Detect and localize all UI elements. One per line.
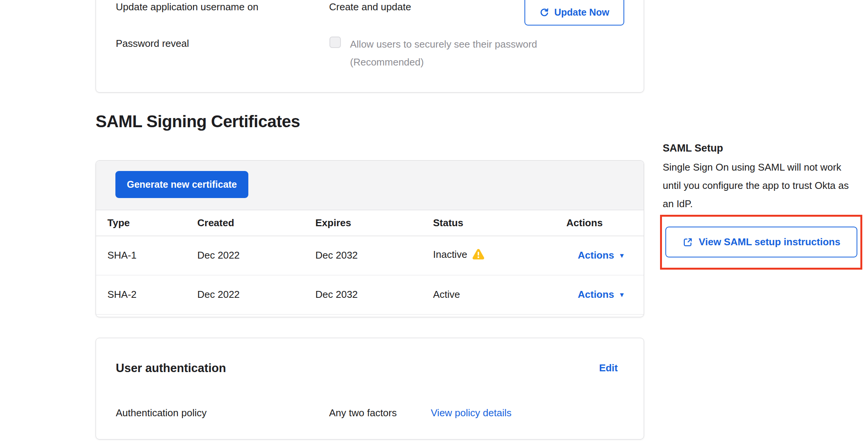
actions-dropdown-sha1[interactable]: Actions▼ xyxy=(566,249,625,261)
certificates-panel: Generate new certificate Type Created Ex… xyxy=(96,160,644,317)
certificates-toolbar: Generate new certificate xyxy=(96,161,644,210)
username-update-value: Create and update xyxy=(329,1,411,13)
user-authentication-card: User authentication Edit Authentication … xyxy=(96,338,644,439)
certificate-row-sha1: SHA-1 Dec 2022 Dec 2032 Inactive Actions… xyxy=(96,236,644,275)
actions-label: Actions xyxy=(578,289,614,300)
certificates-table: Type Created Expires Status Actions SHA-… xyxy=(96,210,644,315)
certificates-table-header-row: Type Created Expires Status Actions xyxy=(96,210,644,236)
cert-status-cell: Inactive xyxy=(433,236,566,275)
actions-dropdown-sha2[interactable]: Actions▼ xyxy=(566,289,625,300)
external-link-icon xyxy=(683,237,693,248)
status-text: Active xyxy=(433,289,460,300)
cert-expires-cell: Dec 2032 xyxy=(315,236,433,275)
view-policy-details-link[interactable]: View policy details xyxy=(431,407,512,419)
okta-app-settings-screen: Update application username on Create an… xyxy=(0,0,868,441)
column-header-status: Status xyxy=(433,210,566,236)
password-reveal-checkbox[interactable] xyxy=(329,37,341,48)
status-text: Inactive xyxy=(433,249,467,260)
edit-link[interactable]: Edit xyxy=(599,362,618,374)
cert-actions-cell: Actions▼ xyxy=(566,236,644,275)
authentication-policy-value: Any two factors xyxy=(329,407,397,419)
saml-setup-title: SAML Setup xyxy=(663,142,723,154)
cert-type-cell: SHA-2 xyxy=(96,275,197,314)
view-saml-setup-instructions-button[interactable]: View SAML setup instructions xyxy=(665,227,857,257)
password-reveal-label: Password reveal xyxy=(116,37,189,50)
user-authentication-title: User authentication xyxy=(116,361,226,376)
authentication-policy-label: Authentication policy xyxy=(116,407,206,419)
cert-created-cell: Dec 2022 xyxy=(197,236,315,275)
cert-type-cell: SHA-1 xyxy=(96,236,197,275)
update-now-button[interactable]: Update Now xyxy=(524,0,624,26)
column-header-created: Created xyxy=(197,210,315,236)
update-now-label: Update Now xyxy=(554,7,609,18)
column-header-expires: Expires xyxy=(315,210,433,236)
cert-actions-cell: Actions▼ xyxy=(566,275,644,314)
refresh-icon xyxy=(539,7,550,18)
generate-new-certificate-button[interactable]: Generate new certificate xyxy=(115,171,248,198)
cert-created-cell: Dec 2022 xyxy=(197,275,315,314)
cert-expires-cell: Dec 2032 xyxy=(315,275,433,314)
certificate-row-sha2: SHA-2 Dec 2022 Dec 2032 Active Actions▼ xyxy=(96,275,644,314)
saml-setup-description: Single Sign On using SAML will not work … xyxy=(663,158,855,213)
password-reveal-option-suffix: (Recommended) xyxy=(350,56,424,69)
username-update-label: Update application username on xyxy=(116,1,258,13)
cert-status-cell: Active xyxy=(433,275,566,314)
actions-label: Actions xyxy=(578,249,614,261)
warning-icon xyxy=(472,251,485,262)
view-saml-setup-instructions-label: View SAML setup instructions xyxy=(699,236,841,248)
saml-signing-certificates-title: SAML Signing Certificates xyxy=(96,112,300,131)
column-header-actions: Actions xyxy=(566,210,644,236)
column-header-type: Type xyxy=(96,210,197,236)
password-reveal-option-label: Allow users to securely see their passwo… xyxy=(350,38,537,51)
app-settings-card: Update application username on Create an… xyxy=(96,0,644,93)
chevron-down-icon: ▼ xyxy=(619,252,625,259)
chevron-down-icon: ▼ xyxy=(619,291,625,299)
